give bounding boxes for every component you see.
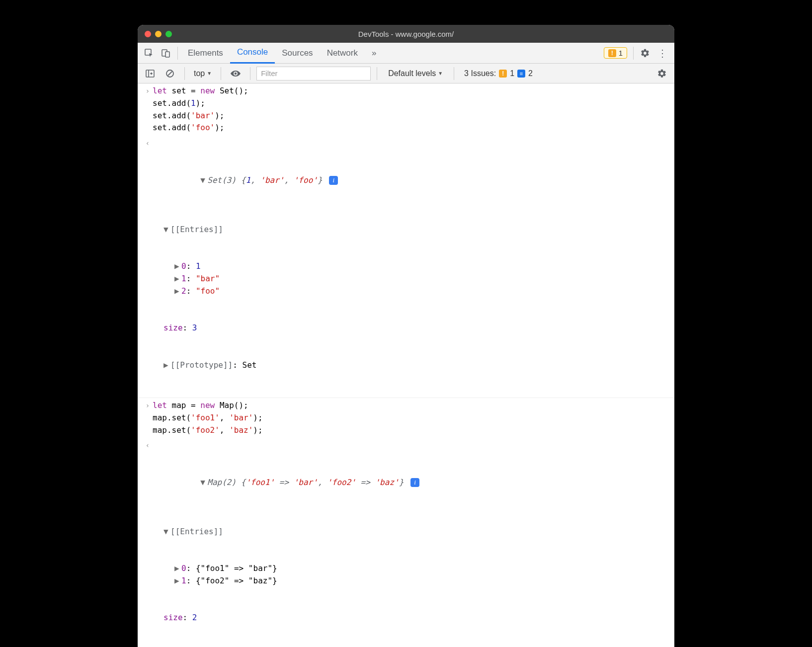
warning-icon: !	[608, 49, 616, 57]
issues-summary[interactable]: 3 Issues: ! 1 ≡ 2	[460, 69, 537, 78]
info-icon[interactable]: i	[329, 176, 338, 185]
clear-console-icon[interactable]	[162, 66, 178, 81]
eye-icon[interactable]	[227, 66, 244, 81]
expand-arrow-icon[interactable]: ▼	[163, 526, 170, 538]
warnings-badge[interactable]: ! 1	[604, 47, 627, 59]
expand-arrow-icon[interactable]: ▼	[200, 174, 207, 187]
value: 1	[245, 175, 250, 185]
divider	[250, 67, 250, 80]
entry-value: {"foo1" => "bar"}	[196, 564, 277, 573]
context-selector[interactable]: top ▼	[191, 69, 215, 78]
expand-arrow-icon[interactable]: ▶	[174, 575, 181, 587]
expand-arrow-icon[interactable]: ▶	[163, 359, 170, 372]
console-output-row[interactable]: ‹ ▼Map(2) {'foo1' => 'bar', 'foo2' => 'b…	[138, 438, 674, 647]
tab-elements[interactable]: Elements	[181, 43, 230, 64]
chevron-down-icon: ▼	[438, 71, 443, 76]
value: 'baz'	[375, 478, 399, 487]
filter-input[interactable]	[256, 67, 371, 81]
expand-arrow-icon[interactable]: ▶	[174, 273, 181, 285]
issues-warn-count: 1	[510, 69, 514, 78]
object-tail: }	[318, 175, 323, 185]
sidebar-toggle-icon[interactable]	[142, 66, 159, 81]
entry-key: 2	[181, 286, 186, 296]
tab-sources[interactable]: Sources	[275, 43, 320, 64]
colon: :	[186, 576, 196, 585]
tab-network[interactable]: Network	[320, 43, 365, 64]
colon: :	[233, 360, 242, 370]
entry-value: 1	[196, 261, 201, 271]
output-chevron-icon: ‹	[143, 439, 153, 451]
log-levels-selector[interactable]: Default levels ▼	[383, 69, 448, 78]
context-label: top	[194, 69, 205, 78]
console-input-row[interactable]: › let set = new Set(); set.add(1); set.a…	[138, 83, 674, 136]
info-icon[interactable]: i	[410, 478, 419, 487]
expand-arrow-icon[interactable]: ▶	[174, 260, 181, 273]
entry-key: 0	[181, 261, 186, 271]
object-head: Map(2) {	[207, 478, 245, 487]
entry-row[interactable]: ▶1: "bar"	[153, 273, 669, 285]
issues-msg-count: 2	[528, 69, 533, 78]
entry-key: 0	[181, 564, 186, 573]
size-key: size	[163, 323, 183, 332]
entry-row[interactable]: ▶0: 1	[153, 260, 669, 273]
issues-label: 3 Issues:	[464, 69, 496, 78]
size-value: 2	[192, 613, 197, 622]
entry-row[interactable]: ▶0: {"foo1" => "bar"}	[153, 563, 669, 575]
colon: :	[183, 323, 192, 332]
entries-label: [[Entries]]	[170, 527, 223, 536]
inspect-icon[interactable]	[141, 45, 158, 61]
chevron-down-icon: ▼	[207, 71, 212, 76]
colon: :	[186, 286, 196, 296]
input-chevron-icon: ›	[143, 400, 153, 411]
expand-arrow-icon[interactable]: ▼	[163, 224, 170, 236]
entry-value: "foo"	[196, 286, 220, 296]
settings-icon[interactable]	[637, 45, 653, 61]
colon: :	[186, 564, 196, 573]
entry-value: {"foo2" => "baz"}	[196, 576, 277, 585]
divider	[633, 47, 634, 60]
expand-arrow-icon[interactable]: ▶	[174, 563, 181, 575]
prototype-value: Set	[243, 360, 257, 370]
entry-value: "bar"	[196, 274, 220, 283]
divider	[184, 67, 185, 80]
value: 'bar'	[260, 175, 284, 185]
colon: :	[183, 613, 192, 622]
code-input: let set = new Set(); set.add(1); set.add…	[153, 85, 669, 134]
code-input: let map = new Map(); map.set('foo1', 'ba…	[153, 400, 669, 436]
entry-key: 1	[181, 274, 186, 283]
devtools-window: DevTools - www.google.com/ Elements Cons…	[138, 25, 674, 647]
entry-row[interactable]: ▶1: {"foo2" => "baz"}	[153, 575, 669, 587]
more-menu-icon[interactable]: ⋮	[653, 47, 671, 59]
console-output-row[interactable]: ‹ ▼Set(3) {1, 'bar', 'foo'} i ▼[[Entries…	[138, 136, 674, 398]
divider	[377, 67, 377, 80]
object-preview: ▼Set(3) {1, 'bar', 'foo'} i ▼[[Entries]]…	[153, 137, 669, 396]
console-settings-icon[interactable]	[653, 66, 670, 81]
svg-rect-2	[165, 52, 169, 57]
value: 'bar'	[294, 478, 318, 487]
console-filterbar: top ▼ Default levels ▼ 3 Issues: ! 1 ≡ 2	[138, 64, 674, 83]
entry-row[interactable]: ▶2: "foo"	[153, 285, 669, 298]
value: 'foo'	[294, 175, 318, 185]
device-toggle-icon[interactable]	[158, 45, 174, 61]
warning-icon: !	[499, 70, 507, 78]
comma: ,	[284, 175, 293, 185]
message-icon: ≡	[517, 70, 525, 78]
window-title: DevTools - www.google.com/	[138, 30, 674, 38]
tabs-overflow[interactable]: »	[365, 43, 383, 64]
comma: ,	[250, 175, 260, 185]
key: 'foo1'	[245, 478, 274, 487]
tab-console[interactable]: Console	[230, 43, 275, 64]
titlebar: DevTools - www.google.com/	[138, 25, 674, 43]
entry-key: 1	[181, 576, 186, 585]
divider	[454, 67, 454, 80]
panel-tabs: Elements Console Sources Network »	[181, 43, 383, 64]
main-toolbar: Elements Console Sources Network » ! 1 ⋮	[138, 43, 674, 64]
console-input-row[interactable]: › let map = new Map(); map.set('foo1', '…	[138, 398, 674, 438]
prototype-label: [[Prototype]]	[170, 360, 233, 370]
expand-arrow-icon[interactable]: ▶	[174, 285, 181, 298]
key: 'foo2'	[327, 478, 356, 487]
input-chevron-icon: ›	[143, 85, 153, 97]
expand-arrow-icon[interactable]: ▼	[200, 477, 207, 489]
size-key: size	[163, 613, 183, 622]
colon: :	[186, 274, 196, 283]
